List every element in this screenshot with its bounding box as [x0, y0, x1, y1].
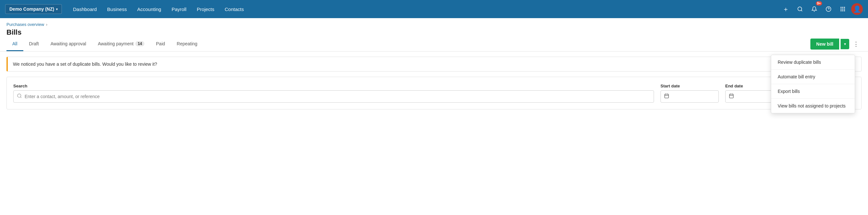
company-name: Demo Company (NZ): [9, 6, 54, 12]
svg-rect-7: [840, 9, 841, 10]
tab-all-label: All: [12, 41, 18, 46]
svg-rect-10: [840, 10, 841, 11]
start-date-field: Start date: [660, 84, 719, 103]
svg-rect-19: [730, 94, 733, 98]
nav-actions: ＋ 9+ 👤: [780, 3, 863, 15]
search-field: Search: [13, 84, 654, 103]
user-avatar[interactable]: 👤: [851, 3, 863, 15]
dropdown-export-bills[interactable]: Export bills: [771, 84, 855, 99]
dropdown-menu: Review duplicate bills Automate bill ent…: [771, 55, 855, 113]
svg-rect-9: [844, 9, 845, 10]
breadcrumb-separator: ›: [46, 22, 47, 27]
help-button[interactable]: [823, 3, 834, 15]
nav-dashboard[interactable]: Dashboard: [68, 4, 101, 14]
svg-rect-15: [665, 94, 669, 98]
svg-line-1: [801, 10, 802, 11]
tab-awaiting-payment-label: Awaiting payment: [98, 41, 133, 46]
tab-awaiting-approval[interactable]: Awaiting approval: [45, 37, 92, 51]
tab-awaiting-payment[interactable]: Awaiting payment 14: [92, 37, 150, 51]
page-title: Bills: [6, 28, 862, 37]
tab-all[interactable]: All: [6, 37, 23, 51]
new-bill-dropdown-button[interactable]: ▾: [840, 39, 849, 49]
search-label: Search: [13, 84, 654, 88]
company-chevron-icon: ▾: [56, 7, 58, 11]
svg-line-14: [21, 97, 21, 98]
company-selector[interactable]: Demo Company (NZ) ▾: [5, 4, 62, 14]
nav-projects[interactable]: Projects: [192, 4, 219, 14]
notification-message: We noticed you have a set of duplicate b…: [13, 62, 157, 67]
tab-actions: New bill ▾ ⋮: [810, 38, 862, 50]
notification-bar: We noticed you have a set of duplicate b…: [6, 57, 862, 71]
nav-links: Dashboard Business Accounting Payroll Pr…: [68, 4, 780, 14]
tabs: All Draft Awaiting approval Awaiting pay…: [6, 37, 810, 51]
notification-badge: 9+: [816, 1, 822, 5]
tab-awaiting-payment-badge: 14: [135, 41, 144, 46]
tab-paid[interactable]: Paid: [150, 37, 171, 51]
tab-draft[interactable]: Draft: [23, 37, 45, 51]
svg-rect-4: [840, 7, 841, 8]
search-button[interactable]: [794, 3, 806, 15]
page-header: Purchases overview › Bills: [0, 18, 868, 37]
svg-point-0: [798, 7, 802, 11]
svg-point-13: [18, 94, 21, 97]
start-date-label: Start date: [660, 84, 719, 88]
top-navigation: Demo Company (NZ) ▾ Dashboard Business A…: [0, 0, 868, 18]
tab-repeating-label: Repeating: [177, 41, 197, 46]
search-icon: [17, 93, 22, 100]
page-container: Purchases overview › Bills All Draft Awa…: [0, 18, 868, 215]
svg-rect-11: [842, 10, 843, 11]
search-input[interactable]: [25, 94, 650, 99]
tab-actions-row: All Draft Awaiting approval Awaiting pay…: [0, 37, 868, 52]
start-date-input[interactable]: [660, 90, 719, 103]
search-input-wrapper: [13, 90, 654, 103]
svg-rect-6: [844, 7, 845, 8]
notifications-wrapper: 9+: [808, 3, 820, 15]
dropdown-automate-entry[interactable]: Automate bill entry: [771, 70, 855, 84]
svg-rect-8: [842, 9, 843, 10]
tab-draft-label: Draft: [29, 41, 39, 46]
nav-accounting[interactable]: Accounting: [133, 4, 166, 14]
tab-paid-label: Paid: [156, 41, 165, 46]
svg-rect-5: [842, 7, 843, 8]
breadcrumb: Purchases overview ›: [6, 22, 862, 27]
nav-payroll[interactable]: Payroll: [167, 4, 191, 14]
tab-repeating[interactable]: Repeating: [171, 37, 203, 51]
add-button[interactable]: ＋: [780, 3, 792, 15]
end-date-calendar-icon: [729, 93, 734, 100]
dropdown-view-unassigned[interactable]: View bills not assigned to projects: [771, 99, 855, 113]
nav-contacts[interactable]: Contacts: [220, 4, 248, 14]
search-area: Search Start date: [6, 77, 862, 110]
dropdown-review-duplicates[interactable]: Review duplicate bills: [771, 55, 855, 70]
tab-awaiting-approval-label: Awaiting approval: [51, 41, 86, 46]
breadcrumb-parent[interactable]: Purchases overview: [6, 22, 44, 27]
more-actions-button[interactable]: ⋮: [850, 38, 862, 50]
new-bill-button[interactable]: New bill: [810, 38, 839, 50]
apps-button[interactable]: [837, 3, 848, 15]
start-date-calendar-icon: [664, 93, 669, 100]
svg-rect-12: [844, 10, 845, 11]
nav-business[interactable]: Business: [103, 4, 131, 14]
search-row: Search Start date: [13, 84, 855, 103]
